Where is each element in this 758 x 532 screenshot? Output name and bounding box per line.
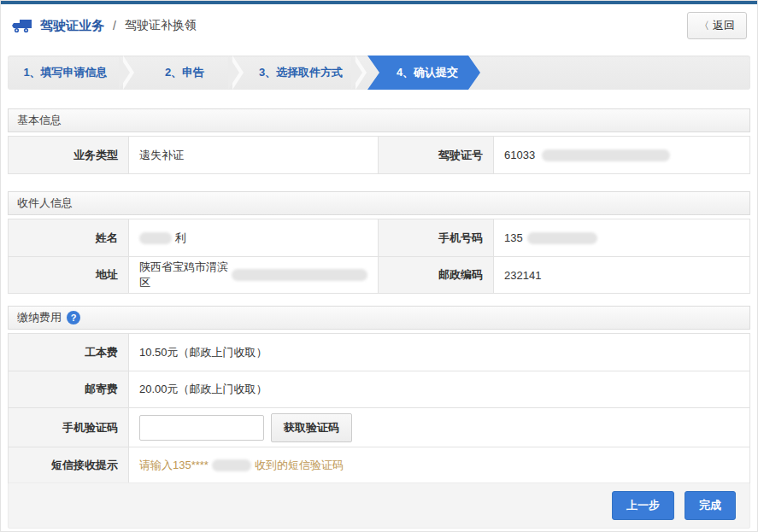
address-redacted [232,269,367,281]
page-subtitle: 驾驶证补换领 [125,18,197,33]
step-1-fill-application[interactable]: 1、填写申请信息 [8,56,123,90]
postage-fee-value: 20.00元（邮政上门收取） [128,371,749,407]
business-type-label: 业务类型 [9,137,128,173]
step-separator-icon [232,56,246,90]
license-no-value: 61033 [493,137,749,173]
sms-tip-suffix: 收到的短信验证码 [255,458,344,473]
get-code-button[interactable]: 获取验证码 [271,413,352,442]
step-3-pickup-method[interactable]: 3、选择取件方式 [246,56,355,90]
phone-value: 135 [493,219,749,256]
step-separator-icon [355,56,369,90]
sms-tip-value: 请输入135**** 收到的短信验证码 [128,447,749,483]
footer-action-bar: 上一步 完成 [8,482,750,529]
step-2-label: 2、申告 [165,65,204,80]
back-button-label: 返回 [713,18,735,33]
captcha-input[interactable] [139,415,264,441]
basic-info-section: 基本信息 业务类型 遗失补证 驾驶证号 61033 [8,108,750,174]
page-title: 驾驶证业务 [40,18,104,34]
name-value: 利 [128,219,378,256]
fees-title: 缴纳费用 [17,310,62,325]
captcha-label: 手机验证码 [9,407,128,447]
step-4-label: 4、确认提交 [397,65,458,80]
name-redacted [139,232,172,244]
recipient-info-header: 收件人信息 [8,191,750,215]
cost-fee-value: 10.50元（邮政上门收取） [128,334,749,371]
step-indicator: 1、填写申请信息 2、申告 3、选择取件方式 4、确认提交 [8,56,750,90]
fees-section: 缴纳费用 ? 工本费 10.50元（邮政上门收取） 邮寄费 20.00元（邮政上… [8,306,750,484]
phone-redacted [527,232,597,244]
address-prefix: 陕西省宝鸡市渭滨区 [139,260,229,290]
phone-label: 手机号码 [378,219,493,256]
recipient-info-section: 收件人信息 姓名 利 手机号码 135 地址 陕西省宝鸡市渭滨区 邮政编码 23… [8,191,750,294]
step-4-confirm-submit[interactable]: 4、确认提交 [367,56,480,90]
breadcrumb-divider: / [113,19,116,32]
back-chevron-icon: 〈 [699,19,709,33]
address-label: 地址 [9,256,128,293]
sms-tip-prefix: 请输入135**** [139,458,209,473]
recipient-info-title: 收件人信息 [17,196,73,211]
license-no-redacted [542,149,670,161]
finish-button[interactable]: 完成 [685,491,736,520]
zip-value: 232141 [493,256,749,293]
step-separator-icon [123,56,137,90]
address-value: 陕西省宝鸡市渭滨区 [128,256,378,293]
step-1-label: 1、填写申请信息 [23,65,107,80]
fees-header: 缴纳费用 ? [8,306,750,330]
breadcrumb: 驾驶证业务 / 驾驶证补换领 [11,17,197,34]
header: 驾驶证业务 / 驾驶证补换领 〈 返回 [1,4,757,47]
license-no-prefix: 61033 [504,149,535,161]
name-suffix: 利 [175,231,186,246]
fees-table: 工本费 10.50元（邮政上门收取） 邮寄费 20.00元（邮政上门收取） 手机… [8,333,750,484]
truck-icon [11,17,33,34]
step-3-label: 3、选择取件方式 [259,65,343,80]
page: 驾驶证业务 / 驾驶证补换领 〈 返回 1、填写申请信息 2、申告 3、选择取件… [0,0,758,532]
postage-fee-label: 邮寄费 [9,371,128,407]
basic-info-title: 基本信息 [17,113,62,128]
captcha-row: 获取验证码 [128,407,749,447]
basic-info-header: 基本信息 [8,108,750,132]
prev-step-button[interactable]: 上一步 [612,491,674,520]
business-type-value: 遗失补证 [128,137,378,173]
basic-info-table: 业务类型 遗失补证 驾驶证号 61033 [8,136,750,174]
recipient-info-table: 姓名 利 手机号码 135 地址 陕西省宝鸡市渭滨区 邮政编码 232141 [8,219,750,294]
sms-tip-redacted [212,459,251,471]
back-button[interactable]: 〈 返回 [687,12,747,39]
phone-prefix: 135 [504,231,523,244]
sms-tip-label: 短信接收提示 [9,447,128,483]
help-icon[interactable]: ? [67,311,80,324]
cost-fee-label: 工本费 [9,334,128,371]
zip-label: 邮政编码 [378,256,493,293]
name-label: 姓名 [9,219,128,256]
license-no-label: 驾驶证号 [378,137,493,173]
step-2-declare[interactable]: 2、申告 [137,56,232,90]
